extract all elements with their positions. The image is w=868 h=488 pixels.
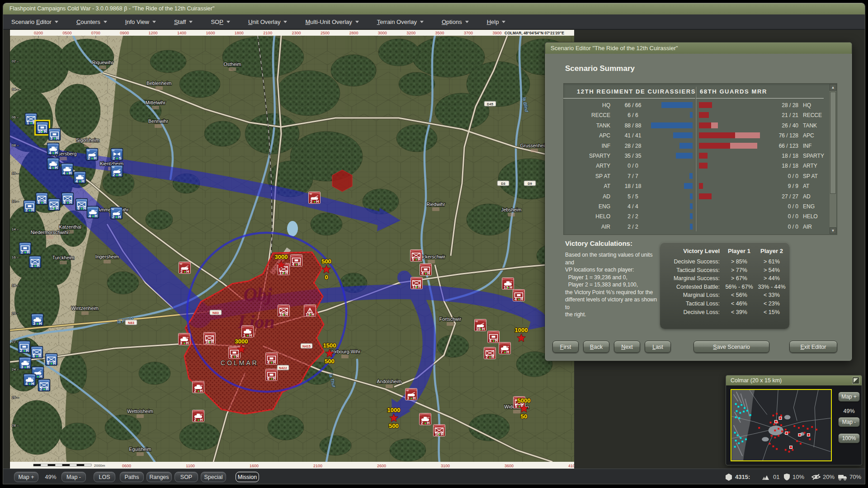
menu-staff[interactable]: Staff xyxy=(171,17,196,27)
blue-unit-counter[interactable]: 4H xyxy=(61,164,73,175)
red-unit-counter[interactable]: W2H xyxy=(309,192,321,204)
save-scenario-button[interactable]: Save Scenario xyxy=(693,341,769,353)
menu-terrain-overlay[interactable]: Terrain Overlay xyxy=(374,17,426,27)
svg-text:6: 6 xyxy=(77,206,80,211)
toolbar-los-button[interactable]: LOS xyxy=(94,472,115,482)
red-unit-counter[interactable]: 13H xyxy=(502,278,514,290)
toolbar-ranges-button[interactable]: Ranges xyxy=(146,472,172,482)
red-unit-counter[interactable]: W2H xyxy=(179,262,191,274)
red-unit-counter[interactable]: 3H xyxy=(179,333,190,345)
minimap-map-button[interactable]: Map - xyxy=(838,417,860,427)
scrollbar-thumb[interactable] xyxy=(830,92,836,194)
svg-text:4: 4 xyxy=(89,214,91,218)
blue-unit-counter[interactable]: W2H xyxy=(86,149,98,160)
toolbar-special-button[interactable]: Special xyxy=(201,472,226,482)
menu-counters[interactable]: Counters xyxy=(74,17,110,27)
minimap-image[interactable] xyxy=(731,389,832,461)
blue-unit-counter[interactable]: 4H xyxy=(74,172,86,183)
blue-unit-counter[interactable]: 2H xyxy=(19,341,30,353)
red-unit-counter[interactable]: 16H xyxy=(204,333,216,344)
red-unit-counter[interactable]: 15H xyxy=(278,305,290,317)
red-unit-counter[interactable]: 2H xyxy=(193,381,204,393)
blue-unit-counter[interactable]: 2H xyxy=(38,380,50,391)
blue-unit-counter[interactable]: 6H xyxy=(76,199,88,211)
map-viewport[interactable]: ObjLion RiquewihrOstheimBeblenheimMittel… xyxy=(9,29,574,468)
red-unit-counter[interactable]: 4H xyxy=(488,331,500,343)
toolbar-map-button[interactable]: Map + xyxy=(14,472,38,482)
blue-unit-counter[interactable]: 10H xyxy=(35,121,50,135)
unit-type-label: ARTY xyxy=(563,161,610,171)
toolbar-mission-button[interactable]: Mission xyxy=(236,472,259,482)
next-button[interactable]: Next xyxy=(614,341,640,353)
application-window: Flashpoint Campaigns Cold War - 3.0.0.98… xyxy=(0,0,868,488)
back-button[interactable]: Back xyxy=(583,341,609,353)
last-button[interactable]: Last xyxy=(645,341,671,353)
red-unit-counter[interactable]: 13H xyxy=(411,277,423,289)
table-scrollbar[interactable]: ▲ ▼ xyxy=(830,84,836,234)
blue-unit-counter[interactable]: 2H xyxy=(19,243,31,254)
red-unit-counter[interactable]: 6H xyxy=(266,369,278,381)
blue-unit-counter[interactable]: W2S xyxy=(111,149,123,160)
red-unit-counter[interactable]: 4H xyxy=(266,353,278,365)
svg-text:H: H xyxy=(427,271,430,276)
blue-unit-counter[interactable]: 4H xyxy=(24,374,36,386)
window-title-bar[interactable]: Flashpoint Campaigns Cold War - 3.0.0.98… xyxy=(3,3,865,14)
svg-text:H: H xyxy=(311,312,314,317)
blue-unit-counter[interactable]: W2H xyxy=(111,207,123,219)
red-unit-counter[interactable]: 2H xyxy=(484,347,496,359)
scroll-up-button[interactable]: ▲ xyxy=(830,84,836,91)
menu-multi-unit-overlay[interactable]: Multi-Unit Overlay xyxy=(302,17,361,27)
minimap-enemy-unit xyxy=(780,424,782,426)
menu-options[interactable]: Options xyxy=(439,17,472,27)
blue-unit-counter[interactable]: 3H xyxy=(32,314,43,326)
minimap-100-button[interactable]: 100% xyxy=(838,433,860,443)
menu-info-view[interactable]: Info View xyxy=(123,17,159,27)
victory-player2-value: < 23% xyxy=(756,300,788,307)
blue-unit-counter[interactable]: W2H xyxy=(111,165,123,177)
map-canvas[interactable]: ObjLion RiquewihrOstheimBeblenheimMittel… xyxy=(10,30,574,469)
menu-sop[interactable]: SOP xyxy=(208,17,232,27)
toolbar-sop-button[interactable]: SOP xyxy=(175,472,198,482)
scroll-down-button[interactable]: ▼ xyxy=(830,227,836,234)
red-unit-counter[interactable]: 5H xyxy=(410,250,422,262)
menu-scenario-editor[interactable]: Scenario Editor xyxy=(9,17,61,27)
chevron-down-icon xyxy=(152,21,156,23)
exit-editor-button[interactable]: Exit Editor xyxy=(789,341,837,353)
minimap-friendly-unit xyxy=(737,406,739,408)
blue-unit-counter[interactable]: 3H xyxy=(49,129,61,141)
blue-unit-counter[interactable]: 12H xyxy=(48,199,60,211)
toolbar-paths-button[interactable]: Paths xyxy=(120,472,144,482)
red-unit-counter[interactable]: 1H xyxy=(242,326,254,338)
red-unit-counter[interactable]: 7H xyxy=(499,343,511,354)
red-unit-counter[interactable]: 10H xyxy=(434,425,445,436)
ruler-label: 24 – xyxy=(12,367,19,371)
menu-label: Info View xyxy=(125,19,149,25)
blue-unit-counter[interactable]: 6H xyxy=(36,193,48,205)
red-unit-counter[interactable]: 4H xyxy=(513,290,525,301)
menu-help[interactable]: Help xyxy=(484,17,509,27)
blue-unit-counter[interactable]: 4H xyxy=(87,206,99,218)
blue-unit-counter[interactable]: 4H xyxy=(47,143,59,155)
dialog-title-bar[interactable]: Scenario Editor "The Ride of the 12th Cu… xyxy=(545,42,852,54)
red-unit-counter[interactable]: 4H xyxy=(291,255,302,267)
blue-unit-counter[interactable]: 6H xyxy=(62,193,74,205)
red-unit-counter[interactable]: 13H xyxy=(304,305,316,317)
menu-unit-overlay[interactable]: Unit Overlay xyxy=(245,17,290,27)
blue-unit-counter[interactable]: 6H xyxy=(46,354,57,366)
blue-unit-counter[interactable]: 2H xyxy=(24,201,36,212)
blue-unit-counter[interactable]: 6H xyxy=(31,347,43,358)
unit-type-label: RECCE xyxy=(803,110,830,120)
red-unit-counter[interactable]: W15H xyxy=(475,319,486,331)
blue-unit-counter[interactable]: 4H xyxy=(29,256,41,268)
first-button[interactable]: First xyxy=(552,341,579,353)
minimap-title-bar[interactable]: Colmar (20 x 15 km) xyxy=(726,375,862,385)
minimap-map-button[interactable]: Map + xyxy=(838,392,860,402)
blue-unit-counter[interactable]: 3H xyxy=(19,357,31,369)
red-unit-counter[interactable]: 2H xyxy=(420,413,431,425)
toolbar-map-button[interactable]: Map - xyxy=(61,472,86,482)
red-unit-counter[interactable]: 2H xyxy=(193,410,204,422)
blue-unit-counter[interactable]: 4H xyxy=(47,158,59,170)
red-unit-counter[interactable]: 4H xyxy=(420,264,432,276)
red-unit-counter[interactable]: W3H xyxy=(406,389,417,400)
collapse-icon[interactable] xyxy=(852,377,859,384)
